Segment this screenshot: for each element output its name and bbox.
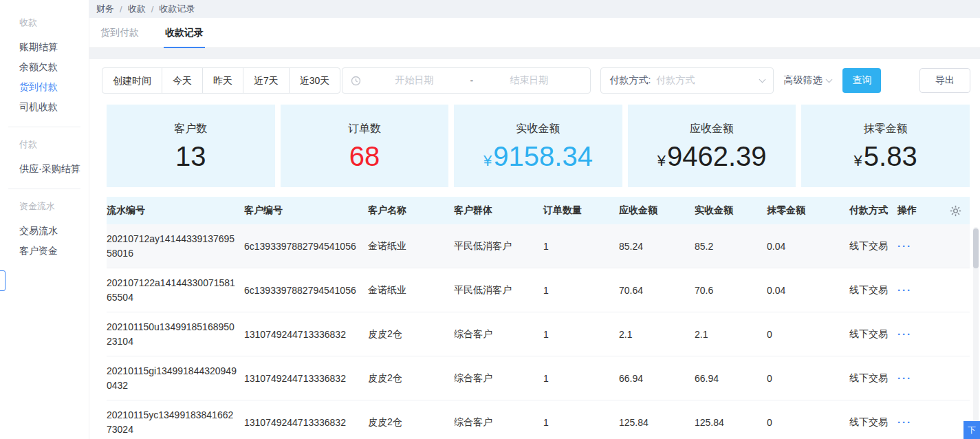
cell-customer_name: 金诺纸业 [368, 284, 454, 297]
sidebar-section-title-0: 收款 [0, 17, 89, 29]
table-row-4: 20210115yc134991838416627302413107492447… [107, 400, 970, 439]
sidebar-item-2-1[interactable]: 客户资金 [0, 241, 89, 261]
cell-serial: 20210115yc1349918384166273024 [107, 408, 244, 437]
payment-method-label: 付款方式: [609, 74, 651, 87]
column-header-5[interactable]: 应收金额 [619, 204, 695, 217]
start-date-placeholder[interactable]: 开始日期 [361, 74, 467, 87]
date-range-picker[interactable]: 开始日期 - 结束日期 [342, 67, 591, 94]
tab-1[interactable]: 收款记录 [164, 27, 205, 47]
breadcrumb-separator: / [120, 4, 122, 14]
quick-range-button-0[interactable]: 今天 [162, 67, 203, 94]
cell-order_count: 1 [543, 329, 619, 340]
quick-range-button-3[interactable]: 近30天 [289, 67, 341, 94]
column-header-0[interactable]: 流水编号 [107, 204, 244, 217]
sidebar-item-0-2[interactable]: 货到付款 [0, 77, 89, 97]
column-header-4[interactable]: 订单数量 [543, 204, 619, 217]
payment-method-select[interactable]: 付款方式: 付款方式 [600, 67, 774, 94]
corner-button[interactable]: 下 [963, 421, 980, 439]
quick-range-button-1[interactable]: 昨天 [202, 67, 243, 94]
payment-method-placeholder: 付款方式 [656, 74, 760, 87]
cell-serial: 20210712ay1414433913769558016 [107, 232, 244, 261]
cell-received: 70.6 [695, 285, 767, 296]
row-actions-button[interactable]: ··· [897, 284, 970, 296]
cell-order_count: 1 [543, 373, 619, 384]
column-header-7[interactable]: 抹零金额 [767, 204, 849, 217]
stat-label: 应收金额 [690, 122, 734, 136]
cell-received: 125.84 [695, 417, 767, 428]
breadcrumb-item-0[interactable]: 财务 [96, 3, 114, 15]
sidebar-item-2-0[interactable]: 交易流水 [0, 221, 89, 241]
stat-card-4: 抹零金额¥5.83 [801, 105, 970, 187]
breadcrumb-item-1[interactable]: 收款 [128, 3, 146, 15]
chevron-down-icon [759, 76, 766, 83]
content-panel: 创建时间 今天昨天近7天近30天 开始日期 - 结束日期 付款方式: 付款方式 [89, 59, 980, 439]
stat-number: 9462.39 [667, 142, 767, 170]
table-row-3: 20210115gi134991844320949043213107492447… [107, 356, 970, 400]
cell-customer_no: 6c1393397882794541056 [244, 241, 368, 252]
cell-customer_no: 6c1393397882794541056 [244, 285, 368, 296]
left-float-widget[interactable] [0, 270, 6, 291]
column-header-8[interactable]: 付款方式 [849, 204, 897, 217]
records-table: 流水编号客户编号客户名称客户群体订单数量应收金额实收金额抹零金额付款方式操作 2… [107, 197, 970, 439]
table-row-0: 20210712ay14144339137695580166c139339788… [107, 224, 970, 268]
column-settings-gear-icon[interactable] [950, 205, 961, 217]
stat-label: 订单数 [348, 122, 381, 136]
cell-rounding: 0 [767, 373, 849, 384]
sidebar-sections: 收款账期结算余额欠款货到付款司机收款付款供应·采购结算资金流水交易流水客户资金 [0, 17, 89, 261]
cell-customer_name: 金诺纸业 [368, 240, 454, 253]
table-row-1: 202107122a14144330071581655046c139339788… [107, 268, 970, 312]
content-gap [89, 48, 980, 59]
column-header-2[interactable]: 客户名称 [368, 204, 454, 217]
cell-payment_method: 线下交易 [849, 284, 897, 297]
row-actions-button[interactable]: ··· [897, 416, 970, 428]
sidebar-item-1-0[interactable]: 供应·采购结算 [0, 159, 89, 179]
quick-range-button-2[interactable]: 近7天 [243, 67, 290, 94]
cell-customer_group: 平民低消客户 [454, 240, 543, 253]
sidebar-item-0-1[interactable]: 余额欠款 [0, 57, 89, 77]
date-range-separator: - [470, 75, 474, 86]
currency-symbol: ¥ [657, 153, 666, 169]
cell-customer_group: 综合客户 [454, 328, 543, 341]
row-actions-button[interactable]: ··· [897, 372, 970, 384]
sidebar-item-0-3[interactable]: 司机收款 [0, 97, 89, 117]
cell-customer_group: 平民低消客户 [454, 284, 543, 297]
tab-0[interactable]: 货到付款 [99, 27, 140, 47]
vertical-scrollbar[interactable] [973, 227, 979, 438]
cell-order_count: 1 [543, 241, 619, 252]
row-actions-button[interactable]: ··· [897, 240, 970, 252]
scrollbar-thumb[interactable] [973, 228, 979, 268]
column-header-1[interactable]: 客户编号 [244, 204, 368, 217]
cell-customer_group: 综合客户 [454, 372, 543, 385]
export-button[interactable]: 导出 [919, 68, 970, 93]
stat-value: ¥9158.34 [483, 142, 593, 170]
cell-order_count: 1 [543, 285, 619, 296]
breadcrumb-item-2: 收款记录 [159, 3, 195, 15]
advanced-filter-toggle[interactable]: 高级筛选 [783, 74, 831, 87]
filter-toolbar: 创建时间 今天昨天近7天近30天 开始日期 - 结束日期 付款方式: 付款方式 [89, 59, 980, 102]
row-actions-button[interactable]: ··· [897, 328, 970, 340]
cell-receivable: 66.94 [619, 373, 695, 384]
sidebar-item-0-0[interactable]: 账期结算 [0, 37, 89, 57]
query-button[interactable]: 查询 [842, 68, 881, 93]
column-header-3[interactable]: 客户群体 [454, 204, 543, 217]
currency-symbol: ¥ [483, 153, 492, 169]
cell-order_count: 1 [543, 417, 619, 428]
breadcrumb: 财务/收款/收款记录 [89, 0, 980, 18]
sidebar: 收款账期结算余额欠款货到付款司机收款付款供应·采购结算资金流水交易流水客户资金 [0, 0, 89, 439]
cell-customer_name: 皮皮2仓 [368, 416, 454, 429]
stat-number: 13 [175, 142, 206, 170]
stat-value: ¥9462.39 [657, 142, 767, 170]
cell-receivable: 85.24 [619, 241, 695, 252]
end-date-placeholder[interactable]: 结束日期 [476, 74, 582, 87]
cell-payment_method: 线下交易 [849, 240, 897, 253]
table-header-row: 流水编号客户编号客户名称客户群体订单数量应收金额实收金额抹零金额付款方式操作 [107, 197, 970, 224]
column-header-6[interactable]: 实收金额 [695, 204, 767, 217]
stat-card-3: 应收金额¥9462.39 [628, 105, 796, 187]
stat-card-0: 客户数13 [107, 105, 275, 187]
cell-serial: 20210115gi1349918443209490432 [107, 364, 244, 393]
cell-received: 2.1 [695, 329, 767, 340]
cell-rounding: 0.04 [767, 285, 849, 296]
cell-customer_group: 综合客户 [454, 416, 543, 429]
stat-value: 13 [175, 142, 206, 170]
sidebar-section-title-1: 付款 [0, 138, 89, 151]
